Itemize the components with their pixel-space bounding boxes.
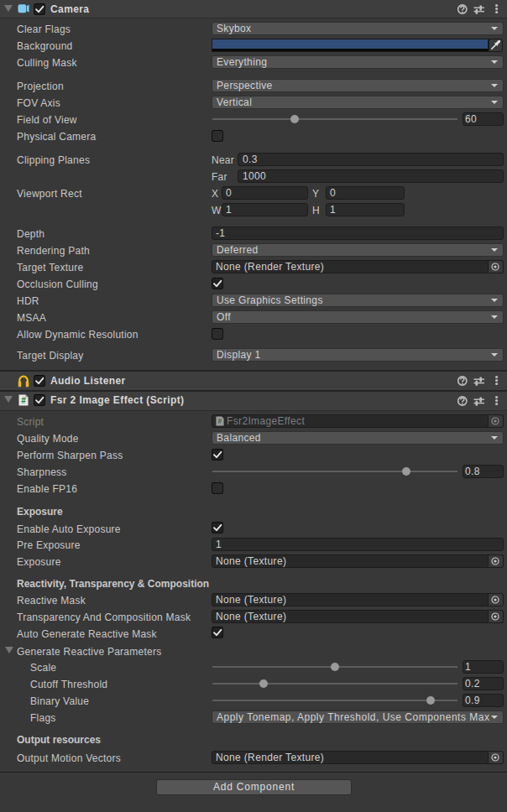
- svg-text:#: #: [218, 417, 222, 425]
- svg-text:#: #: [21, 396, 26, 405]
